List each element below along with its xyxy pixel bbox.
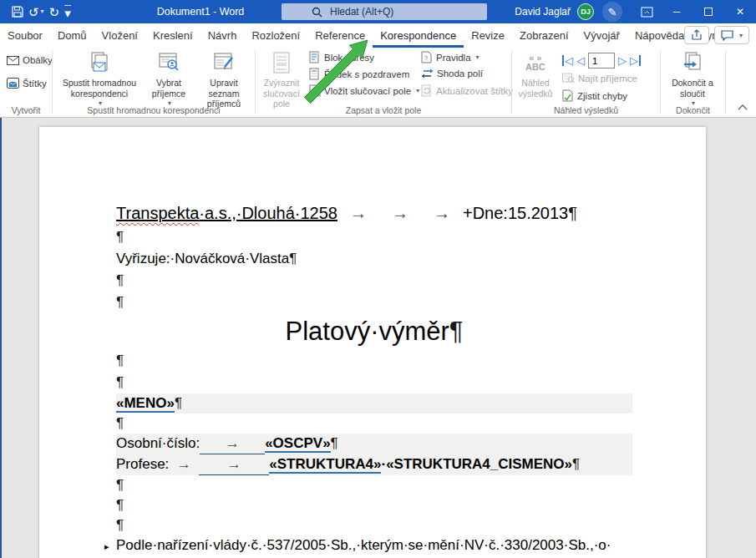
save-icon[interactable] (12, 6, 23, 18)
group-divider (725, 51, 726, 114)
tab-mark: → (337, 200, 379, 226)
search-input[interactable]: Hledat (Alt+Q) (282, 3, 487, 20)
tab-mark: → (379, 200, 421, 226)
document-area[interactable]: Transpekta·a.s.,·Dlouhá·1258→→→+Dne:15.2… (0, 118, 756, 558)
group-nahled: « »ABC Náhled výsledků ◁ ◁ ▷ ▷ Najít pří… (512, 48, 660, 117)
line-profese: Profese:→→«STRUKTURA4»·«STRUKTURA4_CISME… (116, 454, 632, 475)
select-recipients-icon (157, 49, 180, 76)
document-content[interactable]: Transpekta·a.s.,·Dlouhá·1258→→→+Dne:15.2… (39, 127, 632, 555)
tab-korespondence[interactable]: Korespondence (373, 23, 464, 48)
dokoncit-a-sloucit-button[interactable]: Dokončit a sloučit ▾ (666, 49, 719, 109)
pilcrow-mark: ¶ (568, 204, 577, 222)
record-number-input[interactable] (588, 53, 615, 68)
pravidla-button[interactable]: ? Pravidla ▾ (421, 51, 479, 63)
tab-revize[interactable]: Revize (464, 23, 512, 48)
tab-mark: → (199, 454, 269, 475)
group-label: Vytvořit (0, 105, 52, 115)
maximize-button[interactable] (693, 0, 724, 23)
line-transpekta: Transpekta·a.s.,·Dlouhá·1258→→→+Dne:15.2… (116, 200, 632, 226)
tab-vyvojar[interactable]: Vývojář (576, 23, 627, 48)
tab-navrh[interactable]: Návrh (200, 23, 245, 48)
undo-button[interactable]: ↺▾ (28, 6, 44, 18)
document-title: Platový·výměr¶ (116, 313, 632, 350)
chevron-down-icon: ▾ (476, 53, 479, 61)
tab-mark: → (421, 200, 463, 226)
envelope-icon (7, 56, 19, 65)
record-navigator: ◁ ◁ ▷ ▷ (562, 53, 641, 68)
zvyraznit-slucovaci-pole-button: Zvýraznit slučovací pole (257, 49, 306, 109)
merge-field-oscpv[interactable]: «OSCPV» (265, 435, 330, 453)
rules-icon: ? (421, 51, 433, 63)
shoda-poli-button[interactable]: Shoda polí (421, 68, 483, 79)
search-placeholder: Hledat (Alt+Q) (330, 6, 393, 18)
empty-paragraph: ¶ (116, 372, 632, 393)
first-record-button[interactable]: ◁ (562, 55, 573, 66)
title-bar: ↺▾ ↻ ▾ Dokument1 - Word Hledat (Alt+Q) D… (0, 0, 756, 23)
find-recipient-icon (562, 73, 575, 84)
aktualizovat-stitky-button: Aktualizovat štítky (421, 84, 513, 97)
ribbon-tab-row: Soubor Domů Vložení Kreslení Návrh Rozlo… (0, 23, 756, 48)
empty-paragraph: ¶ (116, 413, 632, 434)
obalky-button[interactable]: Obálky (7, 55, 53, 65)
tab-mark: → (200, 434, 265, 454)
document-page[interactable]: Transpekta·a.s.,·Dlouhá·1258→→→+Dne:15.2… (39, 127, 706, 558)
upravit-seznam-prijemcu-button[interactable]: Upravit seznam příjemců (196, 49, 251, 109)
redo-button[interactable]: ↻ (49, 6, 60, 18)
najit-prijemce-button: Najít příjemce (562, 73, 637, 84)
ribbon: Obálky Štítky Vytvořit Spustit hromadnou… (0, 48, 756, 118)
tab-soubor[interactable]: Soubor (0, 23, 50, 48)
tab-zobrazeni[interactable]: Zobrazení (512, 23, 576, 48)
nahled-vysledku-button: « »ABC Náhled výsledků (514, 49, 557, 99)
next-record-button[interactable]: ▷ (618, 55, 627, 66)
tab-rozlozeni[interactable]: Rozložení (244, 23, 307, 48)
empty-paragraph: ¶ (116, 515, 632, 535)
merge-field-struktura4-cismeno[interactable]: «STRUKTURA4_CISMENO» (386, 456, 572, 472)
stitky-button[interactable]: Štítky (7, 78, 47, 89)
merge-field-struktura4[interactable]: «STRUKTURA4» (269, 456, 381, 474)
collapse-ribbon-icon[interactable] (738, 104, 748, 110)
line-osobni-cislo: Osobní·číslo:→«OSCPV»¶ (116, 434, 632, 454)
empty-paragraph: ¶ (116, 292, 632, 313)
preview-results-icon: « »ABC (525, 49, 545, 76)
merge-field-meno[interactable]: «MENO» (116, 395, 175, 413)
green-arrow-annotation (302, 37, 378, 107)
group-label: Dokončit (661, 105, 725, 115)
last-record-button[interactable]: ▷ (630, 55, 641, 66)
share-icon (691, 29, 703, 41)
vybrat-prijemce-button[interactable]: Vybrat příjemce ▾ (143, 49, 195, 109)
outline-triangle-icon[interactable]: ▸ (104, 536, 109, 556)
tab-napoveda[interactable]: Nápověda (627, 23, 692, 48)
share-button[interactable] (684, 26, 709, 44)
label-icon (7, 78, 19, 89)
user-name[interactable]: David Jaglař (515, 6, 571, 18)
mail-merge-icon (88, 49, 111, 76)
zjistit-chyby-button[interactable]: Zjistit chyby (562, 89, 627, 102)
close-button[interactable]: ✕ (724, 0, 756, 23)
match-fields-icon (421, 68, 434, 79)
tab-domu[interactable]: Domů (50, 23, 94, 48)
tab-vlozeni[interactable]: Vložení (94, 23, 145, 48)
ribbon-display-options-icon[interactable] (632, 0, 661, 23)
quick-access-toolbar: ↺▾ ↻ ▾ (0, 5, 71, 19)
spellcheck-word: Transpekta (116, 204, 199, 222)
search-icon (312, 7, 322, 18)
empty-paragraph: ¶ (116, 350, 632, 372)
customize-quick-access-icon[interactable]: ▾ (64, 5, 71, 19)
group-spustit: Spustit hromadnou korespondenci ▾ Vybrat… (53, 48, 255, 117)
highlight-merge-fields-icon (271, 49, 292, 76)
group-dokoncit: Dokončit a sloučit ▾ Dokončit (661, 48, 725, 117)
tab-kresleni[interactable]: Kreslení (145, 23, 200, 48)
minimize-button[interactable]: ─ (661, 0, 693, 23)
previous-record-button[interactable]: ◁ (576, 55, 585, 66)
spustit-hromadnou-korespondenci-button[interactable]: Spustit hromadnou korespondenci ▾ (61, 49, 138, 109)
inking-pen-icon[interactable]: ✎ (602, 2, 622, 22)
empty-paragraph: ¶ (116, 226, 632, 248)
edit-recipient-list-icon (212, 49, 236, 76)
comment-icon (721, 30, 733, 41)
avatar[interactable]: DJ (577, 3, 594, 20)
group-label: Spustit hromadnou korespondenci (53, 105, 255, 115)
svg-text:?: ? (424, 54, 429, 62)
line-meno: «MENO»¶ (116, 393, 632, 413)
check-errors-icon (562, 89, 574, 102)
comments-button[interactable]: ▾ (714, 26, 749, 44)
